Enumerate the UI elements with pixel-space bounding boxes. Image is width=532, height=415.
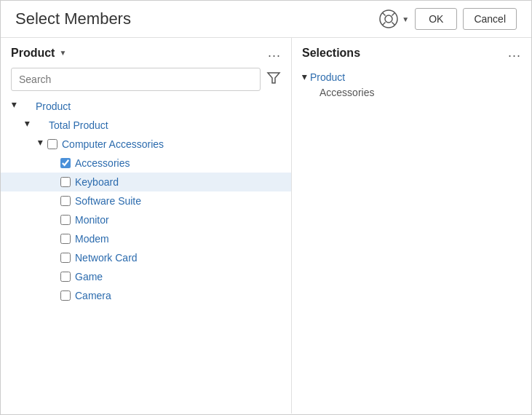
tree-label-modem: Modem — [75, 233, 109, 245]
selection-child: Accessories — [302, 85, 521, 98]
search-input[interactable] — [11, 68, 261, 91]
tree-label-keyboard: Keyboard — [75, 176, 119, 188]
filter-button[interactable] — [266, 71, 281, 89]
checkbox-software-suite[interactable] — [60, 196, 71, 206]
tree-item-game[interactable]: Game — [1, 267, 291, 286]
svg-line-4 — [383, 23, 386, 25]
tree-label-total-product: Total Product — [49, 119, 108, 131]
dialog-title: Select Members — [15, 9, 131, 28]
help-icon — [378, 9, 399, 29]
tree-label-accessories: Accessories — [75, 157, 130, 169]
left-panel-title-row: Product ▼ — [11, 47, 66, 60]
main-content: Product ▼ ... ▶Product▶Total Product▶Com… — [1, 38, 531, 414]
right-panel-more-button[interactable]: ... — [508, 45, 521, 60]
svg-line-3 — [392, 13, 395, 16]
right-panel: Selections ... ▶ProductAccessories — [292, 38, 531, 414]
checkbox-modem[interactable] — [60, 234, 71, 244]
search-row — [1, 65, 291, 97]
checkbox-camera[interactable] — [60, 290, 71, 301]
checkbox-game[interactable] — [60, 272, 71, 282]
tree-item-monitor[interactable]: Monitor — [1, 210, 291, 229]
dialog-header: Select Members ▼ OK Cancel — [1, 1, 531, 38]
tree-item-accessories[interactable]: Accessories — [1, 154, 291, 173]
tree-item-network-card[interactable]: Network Card — [1, 248, 291, 267]
tree-label-game: Game — [75, 271, 103, 282]
tree-label-network-card: Network Card — [75, 252, 138, 264]
svg-marker-6 — [268, 73, 279, 83]
tree-triangle-computer-accessories[interactable]: ▶ — [37, 141, 44, 148]
tree-label-monitor: Monitor — [75, 214, 109, 226]
cancel-button[interactable]: Cancel — [463, 8, 517, 30]
left-panel: Product ▼ ... ▶Product▶Total Product▶Com… — [1, 38, 292, 414]
checkbox-keyboard[interactable] — [60, 177, 71, 187]
header-actions: ▼ OK Cancel — [378, 8, 517, 30]
tree-label-product: Product — [36, 100, 71, 112]
tree-label-software-suite: Software Suite — [75, 195, 141, 207]
help-dropdown-arrow: ▼ — [402, 15, 409, 23]
selection-child-label: Accessories — [319, 87, 374, 98]
selection-label-sel-product: Product — [310, 71, 345, 83]
tree-item-modem[interactable]: Modem — [1, 229, 291, 248]
selection-row-sel-product: ▶Product — [302, 69, 521, 85]
left-panel-title: Product — [11, 47, 55, 60]
left-panel-title-arrow[interactable]: ▼ — [59, 49, 66, 57]
tree-label-camera: Camera — [75, 290, 111, 301]
checkbox-network-card[interactable] — [60, 253, 71, 263]
checkbox-computer-accessories[interactable] — [47, 139, 57, 149]
tree-container[interactable]: ▶Product▶Total Product▶Computer Accessor… — [1, 97, 291, 414]
tree-item-keyboard[interactable]: Keyboard — [1, 173, 291, 191]
ok-button[interactable]: OK — [415, 8, 457, 30]
filter-icon — [266, 71, 281, 85]
tree-item-software-suite[interactable]: Software Suite — [1, 191, 291, 210]
right-panel-title: Selections — [302, 47, 360, 60]
selection-item-sel-product: ▶ProductAccessories — [302, 69, 521, 98]
tree-item-camera[interactable]: Camera — [1, 286, 291, 305]
checkbox-accessories[interactable] — [60, 158, 71, 168]
selections-tree: ▶ProductAccessories — [292, 65, 531, 103]
checkbox-monitor[interactable] — [60, 215, 71, 225]
svg-line-2 — [383, 13, 386, 16]
tree-label-computer-accessories: Computer Accessories — [62, 138, 164, 150]
tree-triangle-product[interactable]: ▶ — [11, 103, 18, 110]
left-panel-header: Product ▼ ... — [1, 38, 291, 65]
right-panel-header: Selections ... — [292, 38, 531, 65]
tree-item-product[interactable]: ▶Product — [1, 97, 291, 116]
tree-item-total-product[interactable]: ▶Total Product — [1, 116, 291, 135]
svg-point-1 — [385, 15, 392, 23]
selection-triangle-sel-product: ▶ — [301, 75, 309, 80]
tree-triangle-total-product[interactable]: ▶ — [24, 122, 31, 129]
help-button[interactable]: ▼ — [378, 9, 409, 29]
svg-line-5 — [392, 23, 395, 25]
tree-item-computer-accessories[interactable]: ▶Computer Accessories — [1, 135, 291, 154]
left-panel-more-button[interactable]: ... — [268, 45, 281, 60]
